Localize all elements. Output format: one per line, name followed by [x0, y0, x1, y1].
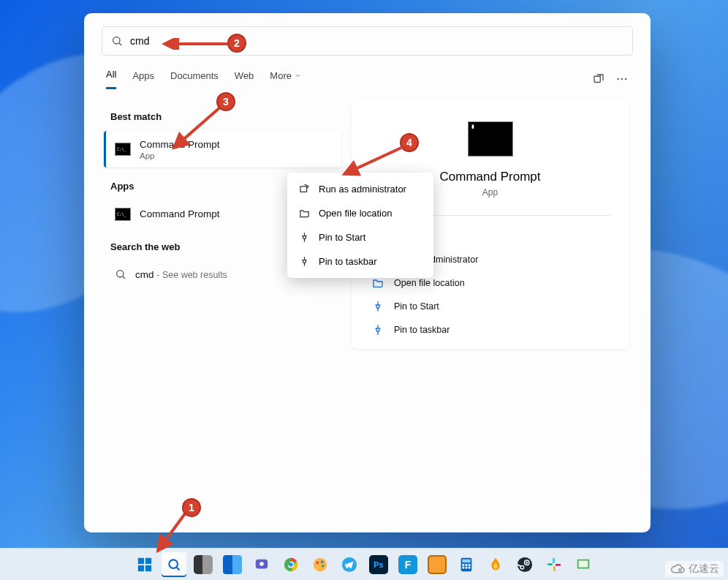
svg-rect-47 — [579, 560, 588, 567]
tb-chrome[interactable] — [278, 552, 303, 577]
ctx-label: Pin to taskbar — [319, 256, 377, 267]
svg-rect-16 — [138, 565, 144, 570]
svg-point-40 — [526, 561, 528, 563]
svg-point-48 — [679, 569, 681, 571]
svg-point-28 — [322, 565, 325, 568]
web-hint: - See web results — [156, 270, 227, 280]
tb-photoshop[interactable]: Ps — [366, 552, 391, 577]
result-title: Command Prompt — [140, 208, 220, 221]
svg-line-7 — [123, 276, 125, 279]
tb-calculator[interactable] — [454, 552, 479, 577]
svg-line-10 — [158, 513, 186, 551]
svg-rect-14 — [138, 557, 144, 563]
svg-point-21 — [259, 562, 264, 566]
folder-icon — [299, 208, 310, 219]
ctx-pin-taskbar[interactable]: Pin to taskbar — [287, 249, 433, 274]
tab-more[interactable]: More — [270, 69, 301, 89]
preview-app-icon — [468, 121, 513, 157]
web-term: cmd — [135, 269, 154, 280]
svg-point-4 — [621, 78, 623, 80]
start-search-panel: All Apps Documents Web More Best match C… — [84, 13, 651, 532]
search-icon — [115, 268, 126, 280]
svg-rect-37 — [469, 566, 471, 568]
tab-web[interactable]: Web — [235, 69, 254, 89]
taskbar: Ps F — [0, 548, 728, 580]
svg-rect-33 — [466, 564, 468, 566]
action-pin-start[interactable]: Pin to Start — [369, 295, 611, 318]
arrow-1 — [142, 510, 189, 557]
svg-line-12 — [174, 107, 221, 148]
svg-rect-31 — [463, 559, 471, 562]
tb-paint[interactable] — [308, 552, 333, 577]
step-badge-1: 1 — [182, 498, 201, 517]
pin-icon — [299, 232, 310, 243]
windows-icon — [137, 557, 153, 573]
tab-apps[interactable]: Apps — [132, 69, 154, 89]
tb-slack[interactable] — [542, 552, 566, 577]
pin-icon — [372, 324, 384, 336]
svg-rect-17 — [145, 565, 151, 570]
ctx-run-admin[interactable]: Run as administrator — [287, 177, 433, 201]
watermark: 亿速云 — [665, 561, 724, 577]
svg-point-5 — [625, 78, 626, 80]
command-prompt-icon — [115, 208, 131, 221]
action-label: Pin to Start — [394, 301, 439, 312]
action-label: Open file location — [394, 278, 465, 288]
svg-rect-44 — [553, 565, 556, 570]
slack-icon — [546, 557, 562, 573]
admin-icon — [299, 184, 310, 195]
arrow-2 — [160, 38, 230, 50]
tb-telegram[interactable] — [337, 552, 362, 577]
tb-widgets[interactable] — [220, 552, 245, 577]
svg-point-25 — [314, 557, 327, 570]
svg-point-26 — [316, 561, 319, 564]
svg-point-0 — [113, 37, 120, 44]
ctx-open-location[interactable]: Open file location — [287, 201, 433, 225]
ctx-label: Run as administrator — [319, 184, 406, 195]
search-icon — [111, 35, 123, 47]
flame-icon — [488, 557, 504, 573]
svg-point-18 — [169, 560, 178, 568]
section-best-match: Best match — [110, 111, 341, 122]
arrow-3 — [168, 104, 225, 154]
ctx-label: Open file location — [319, 208, 392, 219]
svg-rect-35 — [463, 566, 465, 568]
svg-rect-15 — [145, 557, 151, 563]
tb-snip[interactable] — [425, 552, 450, 577]
tab-all[interactable]: All — [106, 69, 116, 89]
search-icon — [167, 557, 181, 572]
command-prompt-icon — [115, 143, 131, 156]
action-label: Pin to taskbar — [394, 325, 450, 335]
tb-app-board[interactable] — [571, 552, 596, 577]
chrome-icon — [283, 557, 299, 573]
step-badge-2: 2 — [227, 34, 246, 53]
tb-app-f[interactable]: F — [395, 552, 420, 577]
folder-icon — [372, 277, 384, 289]
svg-rect-45 — [556, 564, 561, 566]
popout-icon[interactable] — [592, 72, 605, 86]
svg-rect-2 — [594, 76, 600, 82]
board-icon — [575, 557, 591, 573]
svg-line-19 — [177, 567, 180, 570]
tab-documents[interactable]: Documents — [170, 69, 219, 89]
svg-rect-36 — [466, 566, 468, 568]
svg-line-13 — [344, 148, 401, 174]
svg-rect-9 — [300, 187, 307, 192]
pin-icon — [372, 301, 384, 312]
tb-app-flame[interactable] — [483, 552, 508, 577]
svg-point-27 — [321, 560, 324, 563]
svg-rect-43 — [547, 563, 553, 565]
ctx-pin-start[interactable]: Pin to Start — [287, 225, 433, 249]
tb-steam[interactable] — [512, 552, 537, 577]
tb-chat[interactable] — [249, 552, 274, 577]
context-menu: Run as administrator Open file location … — [287, 173, 433, 278]
chat-icon — [254, 557, 270, 573]
svg-point-3 — [618, 78, 619, 80]
step-badge-4: 4 — [400, 133, 419, 152]
more-icon[interactable] — [615, 72, 629, 86]
svg-rect-34 — [469, 564, 471, 566]
action-pin-taskbar[interactable]: Pin to taskbar — [369, 318, 611, 342]
tb-taskview[interactable] — [191, 552, 216, 577]
svg-rect-32 — [463, 564, 465, 566]
steam-icon — [517, 557, 533, 573]
